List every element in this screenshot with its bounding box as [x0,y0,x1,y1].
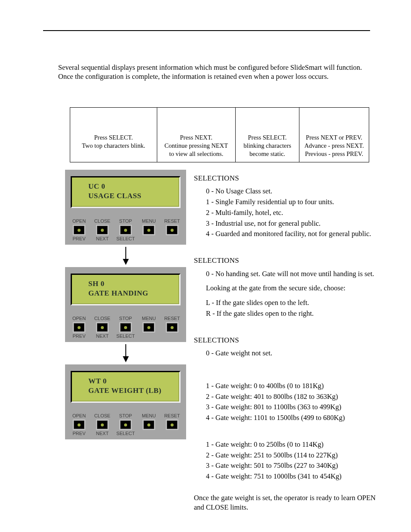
led-button [166,420,178,430]
flow-cell-4-l3: Previous - press PREV. [305,150,363,157]
led-button [143,420,155,430]
svg-marker-3 [123,356,129,362]
flow-cell-1-l1: Press SELECT. [94,134,133,141]
weight-grp1-4: 4 - Gate weight: 1101 to 1500lbs (499 to… [206,413,385,423]
btn-label-bot: SELECT [115,236,137,241]
led-button [73,225,85,235]
panel-screen-area: WT 0 GATE WEIGHT (LB) [65,364,186,406]
btn-reset[interactable]: RESET [161,316,183,339]
btn-label-top: CLOSE [91,219,113,224]
btn-label-top: OPEN [68,219,90,224]
btn-label-top: MENU [138,219,160,224]
handing-left: L - If the gate slides open to the left. [206,298,385,308]
flow-cell-3-l1: Press SELECT. [248,134,287,141]
flow-cell-4-l2: Advance - press NEXT. [304,142,364,149]
panel-screen-area: SH 0 GATE HANDING [65,267,186,308]
flow-cell-3-l2: blinking characters [243,142,291,149]
lcd-line-1: SH 0 [88,279,179,289]
btn-close[interactable]: CLOSENEXT [91,414,113,436]
btn-menu[interactable]: MENU [138,414,160,436]
btn-close[interactable]: CLOSENEXT [91,316,113,339]
handing-intro: Looking at the gate from the secure side… [206,283,385,293]
btn-open[interactable]: OPENPREV [68,316,90,339]
panel-spacer [65,406,186,414]
intro-paragraph: Several sequential displays present info… [58,63,370,81]
btn-label-bot: NEXT [91,334,113,339]
flow-cell-3: Press SELECT. blinking characters become… [236,107,299,162]
weight-grp2-2: 2 - Gate weight: 251 to 500lbs (114 to 2… [206,451,385,460]
svg-marker-1 [123,259,129,265]
btn-label-top: CLOSE [91,414,113,418]
btn-reset[interactable]: RESET [161,414,183,436]
btn-label-bot: SELECT [115,431,137,436]
btn-label-top: RESET [161,414,183,418]
lcd-line-2: USAGE CLASS [88,191,179,201]
descriptions-column: SELECTIONS 0 - No Usage Class set. 1 - S… [194,174,385,512]
led-button [119,225,132,235]
btn-stop[interactable]: STOPSELECT [115,316,137,339]
btn-label-bot: PREV [68,236,90,241]
btn-stop[interactable]: STOPSELECT [115,219,137,241]
led-button [143,225,155,235]
btn-close[interactable]: CLOSENEXT [91,219,113,241]
btn-menu[interactable]: MENU [138,316,160,339]
panel-usage-class: UC 0 USAGE CLASS OPENPREV CLOSENEXT STOP… [65,170,186,245]
arrow-down-icon [65,245,186,267]
btn-stop[interactable]: STOPSELECT [115,414,137,436]
flow-cell-1-l2: Two top characters blink. [82,142,145,149]
led-button [119,322,132,333]
weight-grp2-3: 3 - Gate weight: 501 to 750lbs (227 to 3… [206,461,385,470]
flow-cell-4: Press NEXT or PREV. Advance - press NEXT… [299,107,369,162]
led-button [73,322,85,333]
usage-class-block: SELECTIONS 0 - No Usage Class set. 1 - S… [194,174,385,239]
flow-cell-3-l3: become static. [249,150,285,157]
btn-label-bot: SELECT [115,334,137,339]
btn-label-top: STOP [115,316,137,321]
led-button [96,322,109,333]
lcd-line-1: UC 0 [88,182,179,191]
btn-open[interactable]: OPENPREV [68,219,90,241]
handing-right: R - If the gate slides open to the right… [206,309,385,318]
weight-block: SELECTIONS 0 - Gate weight not set. 1 - … [194,336,385,512]
btn-menu[interactable]: MENU [138,219,160,241]
flow-cell-2-l3: to view all selections. [169,150,224,157]
flow-cell-1: Press SELECT. Two top characters blink. [70,107,157,162]
usage-item-2: 2 - Multi-family, hotel, etc. [206,208,385,218]
selections-heading: SELECTIONS [194,336,385,345]
led-button [96,420,109,430]
usage-item-1: 1 - Single Family residential up to four… [206,197,385,207]
flow-cell-2: Press NEXT. Continue pressing NEXT to vi… [157,107,236,162]
selections-heading: SELECTIONS [194,256,385,265]
led-button [143,322,155,333]
panel-gate-weight: WT 0 GATE WEIGHT (LB) OPENPREV CLOSENEXT… [65,364,186,439]
usage-item-0: 0 - No Usage Class set. [206,187,385,196]
btn-label-top: RESET [161,316,183,321]
led-button [119,420,132,430]
selections-heading: SELECTIONS [194,174,385,183]
led-button [96,225,109,235]
weight-footer: Once the gate weight is set, the operato… [194,493,385,512]
weight-grp2-4: 4 - Gate weight: 751 to 1000lbs (341 to … [206,472,385,481]
btn-open[interactable]: OPENPREV [68,414,90,436]
panel-screen-area: UC 0 USAGE CLASS [65,170,186,211]
btn-reset[interactable]: RESET [161,219,183,241]
arrow-down-icon [65,342,186,364]
panel-gate-handing: SH 0 GATE HANDING OPENPREV CLOSENEXT STO… [65,267,186,342]
flow-cell-2-l2: Continue pressing NEXT [165,142,228,149]
btn-label-top: OPEN [68,414,90,418]
usage-item-3: 3 - Industrial use, not for general publ… [206,219,385,228]
weight-grp1-1: 1 - Gate weight: 0 to 400lbs (0 to 181Kg… [206,381,385,391]
led-button [166,322,178,333]
lcd-line-2: GATE WEIGHT (LB) [88,386,179,395]
flow-table: Press SELECT. Two top characters blink. … [70,107,369,162]
btn-label-top: MENU [138,316,160,321]
weight-item-0: 0 - Gate weight not set. [206,348,385,358]
panels-column: UC 0 USAGE CLASS OPENPREV CLOSENEXT STOP… [65,170,186,439]
usage-item-4: 4 - Guarded and monitored facility, not … [206,229,385,239]
panel-spacer [65,308,186,316]
flow-cell-2-l1: Press NEXT. [180,134,212,141]
led-button [166,225,178,235]
flow-cell-4-l1: Press NEXT or PREV. [306,134,362,141]
btn-label-bot: PREV [68,334,90,339]
lcd-display: WT 0 GATE WEIGHT (LB) [71,371,181,403]
